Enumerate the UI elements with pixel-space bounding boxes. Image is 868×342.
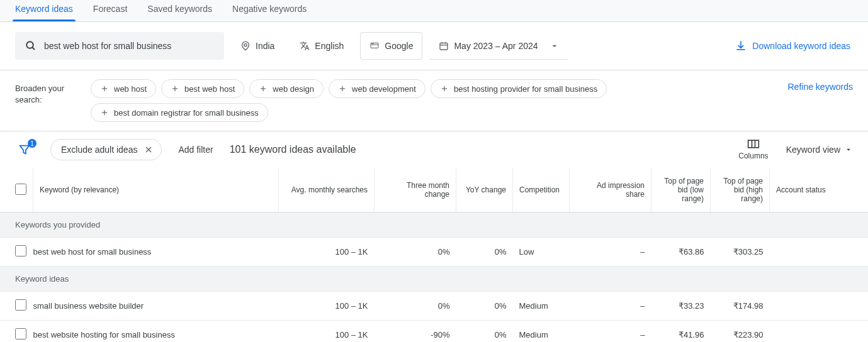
cell-searches: 100 – 1K	[279, 292, 375, 321]
main-tabs: Keyword ideas Forecast Saved keywords Ne…	[0, 0, 868, 22]
cell-account-status	[770, 321, 869, 343]
network-selector[interactable]: Google	[360, 32, 422, 60]
cell-competition: Medium	[513, 321, 570, 343]
header-bid-low[interactable]: Top of page bid (low range)	[651, 168, 711, 212]
download-label: Download keyword ideas	[752, 41, 850, 51]
header-yoy[interactable]: YoY change	[456, 168, 513, 212]
search-box[interactable]	[15, 32, 224, 60]
row-checkbox[interactable]	[15, 328, 26, 339]
cell-searches: 100 – 1K	[279, 238, 375, 267]
chip-label: best web host	[184, 84, 235, 94]
svg-point-2	[244, 44, 247, 47]
cell-bid-low: ₹41.96	[651, 321, 711, 343]
section-ideas: Keyword ideas	[0, 267, 868, 292]
daterange-selector[interactable]: May 2023 – Apr 2024	[430, 32, 568, 60]
add-filter-button[interactable]: Add filter	[178, 145, 213, 155]
download-icon	[735, 40, 747, 52]
broaden-chip[interactable]: web host	[91, 79, 156, 98]
cell-searches: 100 – 1K	[279, 321, 375, 343]
columns-icon	[747, 139, 760, 149]
download-keyword-ideas-button[interactable]: Download keyword ideas	[735, 40, 853, 52]
daterange-label: May 2023 – Apr 2024	[454, 41, 538, 51]
header-searches[interactable]: Avg. monthly searches	[279, 168, 375, 212]
table-row[interactable]: best web host for small business 100 – 1…	[0, 238, 868, 267]
cell-competition: Medium	[513, 292, 570, 321]
cell-three-month: -90%	[375, 321, 456, 343]
filter-bar: 1 Exclude adult ideas Add filter 101 key…	[0, 131, 868, 168]
row-checkbox[interactable]	[15, 299, 26, 311]
filter-funnel-button[interactable]: 1	[15, 140, 34, 159]
cell-three-month: 0%	[375, 292, 456, 321]
tab-keyword-ideas[interactable]: Keyword ideas	[15, 0, 73, 21]
location-label: India	[256, 41, 274, 51]
cell-bid-low: ₹33.23	[651, 292, 711, 321]
location-selector[interactable]: India	[232, 32, 283, 60]
toolbar: India English Google May 2023 – Apr 2024…	[0, 22, 868, 70]
cell-account-status	[770, 292, 869, 321]
svg-rect-7	[440, 43, 448, 50]
broaden-chip[interactable]: web design	[249, 79, 324, 98]
table-row[interactable]: best website hosting for small business …	[0, 321, 868, 343]
cell-ad-share: –	[570, 292, 651, 321]
filter-badge: 1	[28, 139, 37, 148]
select-all-checkbox[interactable]	[15, 184, 26, 195]
header-ad-share[interactable]: Ad impression share	[570, 168, 651, 212]
header-three-month[interactable]: Three month change	[375, 168, 456, 212]
cell-three-month: 0%	[375, 238, 456, 267]
language-selector[interactable]: English	[291, 32, 352, 60]
plus-icon	[338, 84, 347, 93]
plus-icon	[171, 84, 179, 93]
refine-keywords-link[interactable]: Refine keywords	[788, 79, 854, 92]
network-icon	[369, 41, 380, 51]
chevron-down-icon	[844, 145, 853, 154]
section-provided: Keywords you provided	[0, 212, 868, 238]
plus-icon	[100, 84, 109, 93]
search-icon	[25, 40, 37, 52]
cell-account-status	[770, 238, 869, 267]
plus-icon	[100, 108, 109, 117]
search-input[interactable]	[44, 41, 214, 51]
ideas-count-label: 101 keyword ideas available	[230, 144, 356, 155]
translate-icon	[300, 41, 310, 51]
tab-forecast[interactable]: Forecast	[93, 0, 127, 21]
keyword-table: Keyword (by relevance) Avg. monthly sear…	[0, 168, 868, 342]
plus-icon	[259, 84, 268, 93]
cell-yoy: 0%	[456, 321, 513, 343]
table-row[interactable]: small business website builder 100 – 1K …	[0, 292, 868, 321]
cell-bid-high: ₹223.90	[711, 321, 770, 343]
cell-bid-high: ₹174.98	[711, 292, 770, 321]
plus-icon	[440, 84, 449, 93]
broaden-chip[interactable]: best domain registrar for small business	[91, 103, 268, 122]
columns-button[interactable]: Columns	[738, 139, 768, 160]
cell-ad-share: –	[570, 321, 651, 343]
header-bid-high[interactable]: Top of page bid (high range)	[711, 168, 770, 212]
header-account-status[interactable]: Account status	[770, 168, 869, 212]
close-icon[interactable]	[144, 145, 154, 155]
tab-negative-keywords[interactable]: Negative keywords	[232, 0, 307, 21]
broaden-chip[interactable]: best web host	[161, 79, 244, 98]
chip-label: web host	[114, 84, 147, 94]
svg-point-5	[372, 43, 373, 44]
cell-keyword: small business website builder	[33, 292, 279, 321]
cell-ad-share: –	[570, 238, 651, 267]
language-label: English	[315, 41, 344, 51]
tab-saved-keywords[interactable]: Saved keywords	[147, 0, 212, 21]
cell-yoy: 0%	[456, 292, 513, 321]
cell-bid-low: ₹63.86	[651, 238, 711, 267]
chip-label: web design	[273, 84, 314, 94]
keyword-view-dropdown[interactable]: Keyword view	[786, 145, 853, 155]
keyword-view-label: Keyword view	[786, 145, 840, 155]
broaden-search-bar: Broaden your search: web host best web h…	[0, 70, 868, 131]
svg-point-6	[373, 43, 374, 44]
header-competition[interactable]: Competition	[513, 168, 570, 212]
row-checkbox[interactable]	[15, 245, 26, 256]
broaden-chips: web host best web host web design web de…	[91, 79, 770, 122]
header-keyword[interactable]: Keyword (by relevance)	[33, 168, 279, 212]
chip-label: best domain registrar for small business	[114, 108, 259, 118]
chip-label: best hosting provider for small business	[454, 84, 597, 94]
cell-keyword: best web host for small business	[33, 238, 279, 267]
location-icon	[240, 41, 251, 51]
broaden-chip[interactable]: best hosting provider for small business	[431, 79, 607, 98]
exclude-adult-chip[interactable]: Exclude adult ideas	[50, 139, 162, 160]
broaden-chip[interactable]: web development	[329, 79, 426, 98]
